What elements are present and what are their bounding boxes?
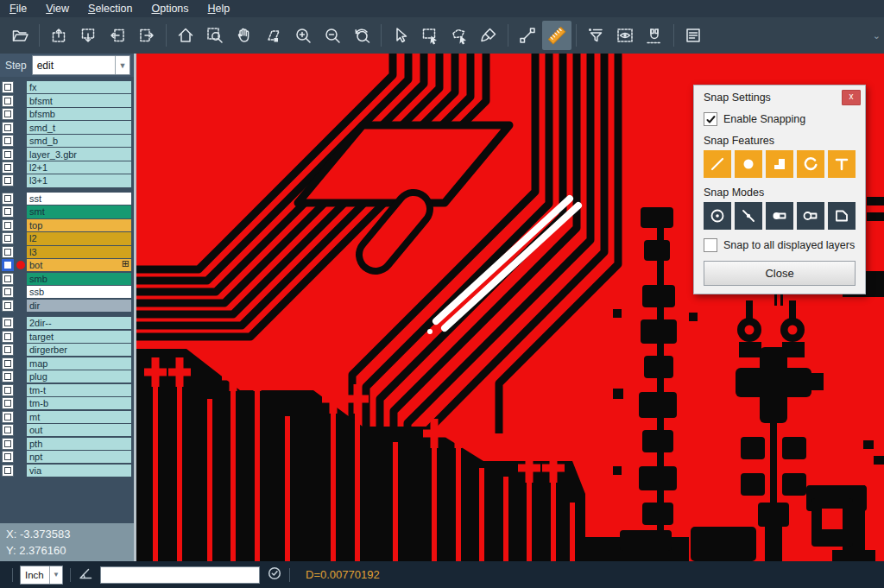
snap-mode-pad-outline-button[interactable]	[797, 202, 824, 230]
layer-row-bfsmb[interactable]: bfsmb	[0, 108, 134, 120]
filter-button[interactable]	[581, 21, 610, 50]
snap-feature-surface-button[interactable]	[766, 150, 793, 178]
snap-feature-circle-button[interactable]	[735, 150, 762, 178]
dialog-close-action-button[interactable]: Close	[704, 261, 856, 286]
layer-visibility-checkbox[interactable]	[2, 81, 14, 93]
chevron-down-icon[interactable]: ▼	[49, 566, 62, 584]
layer-row-ssb[interactable]: ssb	[0, 286, 134, 298]
snap-feature-arc-button[interactable]	[797, 150, 824, 178]
layer-row-smb[interactable]: smb	[0, 273, 134, 285]
layer-row-npt[interactable]: npt	[0, 451, 134, 463]
layer-visibility-checkbox[interactable]	[2, 357, 14, 370]
layer-row-map[interactable]: map	[0, 357, 134, 370]
layer-row-tm-b[interactable]: tm-b	[0, 397, 134, 409]
layer-visibility-checkbox[interactable]	[2, 193, 14, 205]
snap-mode-pad-filled-button[interactable]	[766, 202, 793, 230]
magnet-button[interactable]	[640, 21, 669, 50]
layer-visibility-checkbox[interactable]	[2, 219, 14, 231]
zoom-out-button[interactable]	[318, 21, 347, 50]
refresh-check-icon[interactable]	[267, 566, 282, 585]
layer-visibility-checkbox[interactable]	[2, 424, 14, 436]
layer-row-smt[interactable]: smt	[0, 205, 134, 218]
layer-visibility-checkbox[interactable]	[2, 273, 14, 285]
layer-visibility-checkbox[interactable]	[2, 384, 14, 396]
layer-row-top[interactable]: top	[0, 219, 134, 231]
all-layers-checkbox[interactable]	[704, 238, 717, 252]
snap-mode-midpoint-button[interactable]	[735, 202, 762, 230]
show-region-button[interactable]	[610, 21, 640, 50]
layer-row-l3[interactable]: l3	[0, 246, 134, 258]
layer-row-sst[interactable]: sst	[0, 193, 134, 205]
layer-visibility-checkbox[interactable]	[2, 174, 14, 187]
layer-visibility-checkbox[interactable]	[2, 317, 14, 329]
chevron-down-icon[interactable]: ▼	[115, 56, 129, 74]
layer-visibility-checkbox[interactable]	[2, 259, 14, 271]
layer-visibility-checkbox[interactable]	[2, 465, 14, 477]
layer-row-l2[interactable]: l2	[0, 232, 134, 244]
pan-up-button[interactable]	[44, 21, 73, 50]
select-cursor-button[interactable]	[386, 21, 415, 50]
snap-feature-line-button[interactable]	[704, 150, 731, 178]
layer-visibility-checkbox[interactable]	[2, 108, 14, 120]
menu-item-options[interactable]: Options	[142, 0, 198, 17]
layer-visibility-checkbox[interactable]	[2, 370, 14, 383]
layer-visibility-checkbox[interactable]	[2, 161, 14, 174]
layer-visibility-checkbox[interactable]	[2, 149, 14, 161]
snap-mode-corner-button[interactable]	[828, 202, 856, 230]
layer-row-mt[interactable]: mt	[0, 411, 134, 423]
menu-item-help[interactable]: Help	[199, 0, 240, 17]
pan-hand-button[interactable]	[230, 21, 259, 50]
layer-row-2dir--[interactable]: 2dir--	[0, 317, 134, 329]
enable-snapping-row[interactable]: Enable Snapping	[704, 112, 856, 126]
layer-visibility-checkbox[interactable]	[2, 344, 14, 356]
angle-icon[interactable]	[78, 566, 93, 585]
dialog-close-button[interactable]: x	[842, 90, 861, 105]
zoom-previous-button[interactable]	[347, 21, 376, 50]
layer-visibility-checkbox[interactable]	[2, 331, 14, 343]
layer-row-layer_3.gbr[interactable]: layer_3.gbr	[0, 148, 134, 160]
layer-visibility-checkbox[interactable]	[2, 438, 14, 450]
layer-row-out[interactable]: out	[0, 424, 134, 436]
layer-row-fx[interactable]: fx	[0, 81, 134, 93]
dialog-titlebar[interactable]: Snap Settings x	[694, 85, 865, 106]
home-view-button[interactable]	[171, 21, 200, 50]
layer-row-plug[interactable]: plug	[0, 370, 134, 383]
layer-list-button[interactable]	[679, 21, 708, 50]
rect-select-button[interactable]	[415, 21, 445, 50]
layer-visibility-checkbox[interactable]	[2, 286, 14, 298]
brush-button[interactable]	[474, 21, 503, 50]
layer-visibility-checkbox[interactable]	[2, 451, 14, 463]
layer-row-target[interactable]: target	[0, 331, 134, 343]
zoom-region-button[interactable]	[200, 21, 230, 50]
layer-visibility-checkbox[interactable]	[2, 411, 14, 423]
layer-visibility-checkbox[interactable]	[2, 232, 14, 244]
layer-row-smd_t[interactable]: smd_t	[0, 121, 134, 133]
snap-feature-text-button[interactable]	[828, 150, 856, 178]
measure-line-button[interactable]	[513, 21, 542, 50]
step-select[interactable]: edit ▼	[32, 55, 130, 75]
layer-row-dirgerber[interactable]: dirgerber	[0, 344, 134, 356]
open-button[interactable]	[5, 21, 35, 50]
toolbar-overflow-chevron[interactable]: ⌄	[873, 30, 881, 41]
layer-visibility-checkbox[interactable]	[2, 122, 14, 134]
menu-item-selection[interactable]: Selection	[79, 0, 142, 17]
layer-row-bot[interactable]: bot⊞	[0, 259, 134, 271]
layer-row-smd_b[interactable]: smd_b	[0, 135, 134, 147]
layer-row-bfsmt[interactable]: bfsmt	[0, 94, 134, 106]
enable-snapping-checkbox[interactable]	[704, 112, 717, 126]
snap-mode-center-button[interactable]	[704, 202, 731, 230]
polygon-select-button[interactable]	[445, 21, 474, 50]
ruler-button[interactable]	[542, 21, 571, 50]
measure-input[interactable]	[100, 566, 260, 584]
layer-visibility-checkbox[interactable]	[2, 205, 14, 218]
layer-row-tm-t[interactable]: tm-t	[0, 384, 134, 396]
pan-right-button[interactable]	[132, 21, 161, 50]
pan-left-button[interactable]	[103, 21, 132, 50]
menu-item-view[interactable]: View	[36, 0, 79, 17]
unit-select[interactable]: Inch ▼	[20, 566, 63, 585]
layer-visibility-checkbox[interactable]	[2, 246, 14, 258]
layer-row-via[interactable]: via	[0, 465, 134, 477]
layer-row-l2+1[interactable]: l2+1	[0, 161, 134, 174]
layer-visibility-checkbox[interactable]	[2, 397, 14, 409]
layer-visibility-checkbox[interactable]	[2, 95, 14, 107]
